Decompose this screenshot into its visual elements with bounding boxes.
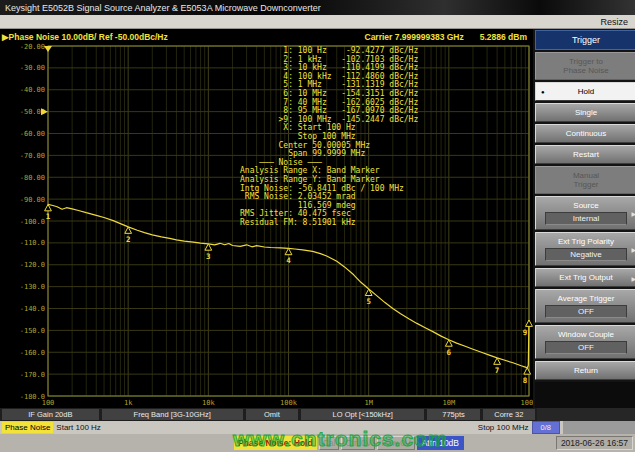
status-chip-if-gain-20db[interactable]: IF Gain 20dB	[2, 409, 99, 420]
sidebar-button-label: Window Couple	[538, 330, 634, 339]
marker-7: 7	[494, 358, 501, 375]
y-axis-tick-label: -110.0	[20, 239, 45, 247]
selected-bullet-icon: ●	[541, 89, 545, 95]
sidebar-button-label: Trigger	[538, 180, 634, 189]
y-axis-tick-label: -30.00	[20, 64, 45, 72]
carrier-frequency: Carrier 7.999999383 GHz	[365, 32, 464, 42]
sweep-stop-label: Stop 100 MHz	[478, 423, 529, 432]
sweep-range-bar: Phase Noise Start 100 Hz Stop 100 MHz 0/…	[0, 421, 635, 434]
sidebar-button-value: OFF	[545, 305, 627, 318]
app-window: Keysight E5052B Signal Source Analyzer &…	[0, 0, 635, 452]
y-axis-tick-label: -150.0	[20, 327, 45, 335]
sidebar-button-label: Average Trigger	[538, 294, 634, 303]
sidebar-button-manual-trigger: ManualTrigger	[535, 166, 635, 194]
y-axis-tick-label: -40.00	[20, 86, 45, 94]
sidebar-button-window-couple[interactable]: Window CoupleOFF	[535, 325, 635, 359]
sidebar-button-label: Manual	[538, 171, 634, 180]
y-axis-tick-label: -100.0	[20, 218, 45, 226]
sidebar-button-label: Trigger to	[538, 57, 634, 66]
sidebar-button-label: Return	[538, 366, 634, 375]
trace-scale-label: Phase Noise 10.00dB/ Ref -50.00dBc/Hz	[9, 32, 168, 42]
instrument-screen: ▶ Phase Noise 10.00dB/ Ref -50.00dBc/Hz …	[0, 29, 533, 408]
menu-bar: Resize	[0, 15, 635, 29]
x-axis-tick-label: 10k	[202, 399, 215, 407]
submenu-arrow-icon: ▶	[631, 274, 635, 281]
y-axis-tick-label: -140.0	[20, 305, 45, 313]
sidebar-button-single[interactable]: Single	[535, 103, 635, 122]
sidebar-button-label: Ext Trig Polarity	[538, 237, 634, 246]
sidebar-button-value: OFF	[545, 341, 627, 354]
svg-text:1: 1	[46, 212, 51, 221]
status-chip-freq-band-3g-10ghz[interactable]: Freq Band [3G-10GHz]	[102, 409, 243, 420]
trace-header: ▶ Phase Noise 10.00dB/ Ref -50.00dBc/Hz …	[0, 29, 533, 43]
x-axis-tick-label: 100	[42, 399, 55, 407]
softkey-menu-title: Trigger	[535, 30, 635, 50]
submenu-arrow-icon: ▶	[631, 210, 635, 217]
sidebar-button-label: Continuous	[538, 129, 634, 138]
attenuator-chip[interactable]: Attn 10dB	[417, 436, 464, 450]
y-axis-tick-label: -60.00	[20, 130, 45, 138]
svg-text:8: 8	[523, 376, 528, 385]
y-axis-tick-label: -130.0	[20, 283, 45, 291]
instrument-status-bar: Phase Noise: Hold Cal Ctrl 0V Pow 0V Att…	[0, 434, 635, 452]
svg-text:7: 7	[495, 366, 500, 375]
status-chip-775pts[interactable]: 775pts	[427, 409, 479, 420]
svg-text:9: 9	[523, 328, 528, 337]
sidebar-button-source[interactable]: SourceInternal▶	[535, 196, 635, 230]
sidebar-button-ext-trig-polarity[interactable]: Ext Trig PolarityNegative▶	[535, 232, 635, 266]
sidebar-button-return[interactable]: Return	[535, 361, 635, 380]
y-axis-tick-label: -170.0	[20, 371, 45, 379]
sidebar-button-average-trigger[interactable]: Average TriggerOFF	[535, 289, 635, 323]
marker-2: 2	[125, 227, 132, 244]
carrier-power: 5.2886 dBm	[480, 32, 527, 42]
y-axis-tick-label: -70.00	[20, 152, 45, 160]
sidebar-button-label: Restart	[538, 150, 634, 159]
marker-readout: 1: 100 Hz -92.4277 dBc/Hz 2: 1 kHz -102.…	[240, 47, 418, 227]
pow-status-chip: Pow 0V	[377, 436, 414, 450]
marker-9: 9	[523, 320, 533, 337]
sidebar-button-value: Internal	[545, 212, 627, 225]
trace-start-flag-icon	[44, 46, 52, 52]
trigger-mode-chip: Phase Noise: Hold	[234, 436, 317, 450]
readout-line: Residual FM: 8.51901 kHz	[240, 219, 418, 228]
y-axis-tick-label: -80.00	[20, 174, 45, 182]
marker-1: 1	[45, 204, 52, 221]
marker-6: 6	[445, 340, 452, 357]
status-chip-omit[interactable]: Omit	[246, 409, 298, 420]
sweep-bar-filler	[563, 421, 635, 434]
sidebar-filler	[535, 382, 635, 408]
submenu-arrow-icon: ▶	[631, 246, 635, 253]
sidebar-button-label: Ext Trig Output	[538, 273, 634, 282]
sweep-start-label: Start 100 Hz	[56, 423, 100, 432]
plot-area: -20.00-30.00-40.00-50.00-60.00-70.00-80.…	[0, 43, 533, 408]
status-chip-lo-opt-150khz[interactable]: LO Opt [<150kHz]	[301, 409, 424, 420]
x-axis-tick-label: 1k	[124, 399, 133, 407]
svg-text:6: 6	[447, 348, 452, 357]
x-axis-tick-label: 10M	[443, 399, 456, 407]
window-title: Keysight E5052B Signal Source Analyzer &…	[5, 3, 321, 13]
resize-button[interactable]: Resize	[600, 17, 628, 27]
y-axis-tick-label: -160.0	[20, 349, 45, 357]
window-titlebar: Keysight E5052B Signal Source Analyzer &…	[0, 0, 635, 15]
sidebar-button-label: Source	[538, 201, 634, 210]
svg-text:2: 2	[126, 235, 131, 244]
clock-display: 2018-06-26 16:57	[556, 436, 633, 450]
y-axis-tick-label: -120.0	[20, 261, 45, 269]
sidebar-button-restart[interactable]: Restart	[535, 145, 635, 164]
svg-text:3: 3	[206, 252, 211, 261]
marker-3: 3	[205, 244, 212, 261]
sidebar-button-trigger-to-phase-noise: Trigger toPhase Noise	[535, 52, 635, 80]
x-axis-tick-label: 100M	[521, 399, 533, 407]
sidebar-button-continuous[interactable]: Continuous	[535, 124, 635, 143]
status-chip-corre-32[interactable]: Corre 32	[483, 409, 535, 420]
sidebar-button-ext-trig-output[interactable]: Ext Trig Output▶	[535, 268, 635, 287]
active-trace-chip[interactable]: Phase Noise	[2, 422, 53, 433]
sidebar-button-label: Phase Noise	[538, 66, 634, 75]
y-axis-tick-label: -20.00	[20, 43, 45, 51]
sidebar-button-hold[interactable]: Hold●	[535, 82, 635, 101]
ctrl-status-chip: Ctrl 0V	[341, 436, 375, 450]
main-area: ▶ Phase Noise 10.00dB/ Ref -50.00dBc/Hz …	[0, 29, 635, 408]
sidebar-button-label: Single	[538, 108, 634, 117]
softkey-sidebar: Trigger Trigger toPhase NoiseHold●Single…	[533, 29, 635, 408]
average-counter-badge: 0/8	[532, 421, 560, 434]
